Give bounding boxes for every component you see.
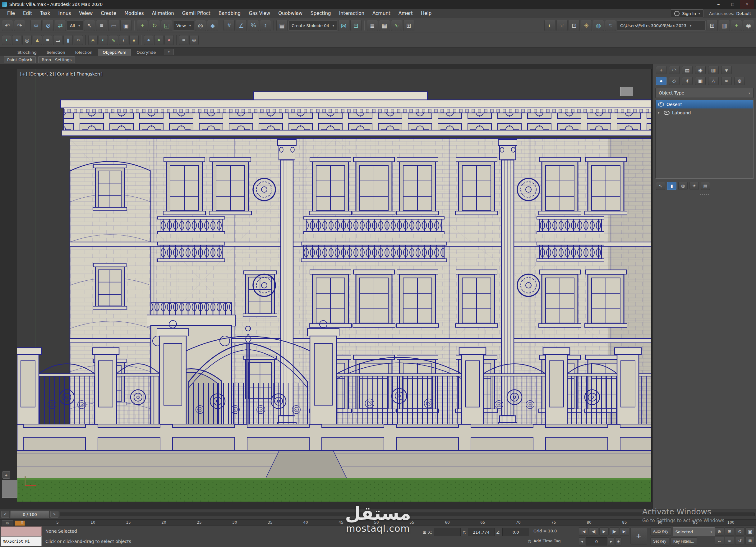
workspace-selector[interactable]: Aeiticicnces: Default bbox=[709, 11, 751, 16]
named-selection-sets-icon[interactable]: ▤ bbox=[276, 20, 288, 31]
menu-create[interactable]: Create bbox=[97, 9, 120, 18]
plane-tool-icon[interactable]: ▭ bbox=[53, 35, 62, 45]
utilities-tab-icon[interactable]: ∗ bbox=[721, 66, 732, 74]
mirror-icon[interactable]: ⋈ bbox=[338, 20, 349, 31]
percent-snap-icon[interactable]: % bbox=[248, 20, 259, 31]
menu-file[interactable]: File bbox=[3, 9, 19, 18]
render-teapot-icon[interactable]: ◍ bbox=[593, 20, 604, 31]
list-settings-icon[interactable]: ▤ bbox=[701, 182, 710, 190]
mini-curve-editor-icon[interactable]: I/\ bbox=[2, 520, 13, 526]
maxscript-listener-row[interactable]: MAXScript Mi bbox=[1, 536, 42, 546]
y-coordinate-field[interactable]: 214.774 bbox=[468, 528, 495, 536]
sign-in-button[interactable]: Sign In ▾ bbox=[671, 9, 703, 17]
star-tool-icon[interactable]: ★ bbox=[129, 35, 139, 45]
select-object-icon[interactable]: ↖ bbox=[84, 20, 95, 31]
key-filters-button[interactable]: Key Filters... bbox=[671, 537, 697, 545]
menu-animation[interactable]: Alimation bbox=[148, 9, 178, 18]
menu-quobwlaw[interactable]: Quobwlaw bbox=[274, 9, 307, 18]
menu-interaction[interactable]: Interaction bbox=[335, 9, 368, 18]
layer-manager-icon[interactable]: ≣ bbox=[367, 20, 378, 31]
pan-icon[interactable]: ↔ bbox=[715, 537, 724, 545]
grid-icon[interactable]: ⊞ bbox=[707, 20, 718, 31]
angle-snap-icon[interactable]: ∠ bbox=[236, 20, 247, 31]
tab-occryfide[interactable]: Occryfide bbox=[132, 49, 160, 56]
orbit-icon[interactable]: ↺ bbox=[735, 537, 744, 545]
selection-filter-dropdown[interactable]: All ▾ bbox=[67, 21, 83, 30]
circle-tool-icon[interactable]: ○ bbox=[74, 35, 83, 45]
geometry-category-icon[interactable]: ● bbox=[656, 77, 666, 85]
polydraw-icon[interactable]: ◗ bbox=[2, 35, 11, 45]
cameras-category-icon[interactable]: ▣ bbox=[695, 77, 706, 85]
eye-icon[interactable] bbox=[658, 102, 664, 107]
hierarchy-tab-icon[interactable]: ▤ bbox=[682, 66, 693, 74]
villa-wireframe-render[interactable] bbox=[17, 69, 651, 502]
select-and-move-icon[interactable]: + bbox=[137, 20, 148, 31]
key-mode-icon[interactable]: ◈ bbox=[615, 537, 621, 545]
show-lights-icon[interactable]: ☀ bbox=[689, 182, 699, 190]
close-button[interactable]: × bbox=[740, 0, 754, 9]
x-coordinate-field[interactable] bbox=[434, 528, 461, 536]
ribbon-toggle-icon[interactable]: ▦ bbox=[379, 20, 390, 31]
menu-scripting[interactable]: Specting bbox=[307, 9, 335, 18]
target-icon[interactable]: ◉ bbox=[743, 20, 754, 31]
menu-account[interactable]: Acmunt bbox=[368, 9, 394, 18]
viewport-label[interactable]: [+] [Denport 2] [Coriaile] Fhangskerr] bbox=[20, 71, 103, 76]
window-crossing-icon[interactable]: ▣ bbox=[120, 20, 131, 31]
viewport-overlay-button[interactable] bbox=[620, 87, 633, 96]
auto-key-button[interactable]: Auto Key bbox=[650, 527, 671, 536]
display-tab-icon[interactable]: ▥ bbox=[708, 66, 719, 74]
rectangular-selection-icon[interactable]: ▭ bbox=[108, 20, 119, 31]
sphere-tool-icon[interactable]: ● bbox=[12, 35, 21, 45]
cylinder-tool-icon[interactable]: ▮ bbox=[63, 35, 73, 45]
tab-stroching[interactable]: Stroching bbox=[13, 49, 41, 56]
menu-graph-editors[interactable]: Gamli Pffoct bbox=[178, 9, 214, 18]
rollout-grip[interactable] bbox=[700, 194, 709, 195]
sun-light-icon[interactable]: ☀ bbox=[88, 35, 98, 45]
subtab-breo-settings[interactable]: Breo - Settings bbox=[38, 56, 75, 63]
menu-gas-view[interactable]: Gas View bbox=[245, 9, 274, 18]
color-swatch[interactable] bbox=[2, 480, 17, 498]
play-icon[interactable]: ▶ bbox=[599, 527, 609, 536]
helpers-category-icon[interactable]: △ bbox=[708, 77, 719, 85]
zoom-all-icon[interactable]: ⊞ bbox=[725, 527, 734, 536]
perspective-viewport[interactable]: [+] [Denport 2] [Coriaile] Fhangskerr] bbox=[17, 69, 652, 502]
menu-help[interactable]: Help bbox=[417, 9, 436, 18]
frame-decrement-icon[interactable]: ◂ bbox=[579, 537, 585, 545]
select-and-rotate-icon[interactable]: ↻ bbox=[149, 20, 160, 31]
render-setup-icon[interactable]: ☼ bbox=[556, 20, 568, 31]
use-pivot-center-icon[interactable]: ◎ bbox=[195, 20, 206, 31]
menu-task[interactable]: Task bbox=[36, 9, 54, 18]
object-type-rollout[interactable]: Object Type ▾ bbox=[655, 88, 754, 98]
cone-tool-icon[interactable]: ▲ bbox=[33, 35, 42, 45]
next-frame-icon[interactable]: |▶ bbox=[610, 527, 619, 536]
add-icon[interactable]: + bbox=[731, 20, 742, 31]
go-to-start-icon[interactable]: |◀ bbox=[579, 527, 588, 536]
menu-view[interactable]: Veiew bbox=[75, 9, 97, 18]
zoom-region-icon[interactable]: ▣ bbox=[745, 527, 755, 536]
pick-object-icon[interactable]: ↖ bbox=[656, 182, 665, 190]
current-frame-field[interactable]: 0 bbox=[586, 537, 607, 545]
render-production-icon[interactable]: ☀ bbox=[581, 20, 592, 31]
zoom-icon[interactable]: ⊕ bbox=[715, 527, 724, 536]
create-tab-icon[interactable]: + bbox=[656, 66, 666, 74]
coordinate-system-dropdown[interactable]: View ▾ bbox=[173, 21, 194, 30]
shaded-sphere-icon-1[interactable]: ● bbox=[144, 35, 153, 45]
box-tool-icon[interactable]: ■ bbox=[43, 35, 52, 45]
waves-tool-icon[interactable]: ≈ bbox=[179, 35, 188, 45]
shapes-category-icon[interactable]: ◇ bbox=[669, 77, 680, 85]
motion-tab-icon[interactable]: ◉ bbox=[695, 66, 706, 74]
maximize-button[interactable]: □ bbox=[726, 0, 740, 9]
snaps-toggle-icon[interactable]: # bbox=[224, 20, 235, 31]
material-sphere-icon[interactable]: ◐ bbox=[99, 35, 108, 45]
spinner-snap-icon[interactable]: ↕ bbox=[260, 20, 271, 31]
previous-frame-icon[interactable]: ◀| bbox=[589, 527, 598, 536]
menu-edit[interactable]: Edit bbox=[19, 9, 36, 18]
show-teapot-icon[interactable]: ◍ bbox=[678, 182, 688, 190]
maxscript-mini-listener[interactable]: MAXScript Mi bbox=[1, 526, 42, 546]
tab-iolection[interactable]: Iolection bbox=[71, 49, 97, 56]
bind-to-spacewarp-icon[interactable]: ⇄ bbox=[55, 20, 66, 31]
torus-tool-icon[interactable]: ◎ bbox=[22, 35, 32, 45]
redo-icon[interactable]: ↷ bbox=[14, 20, 25, 31]
shaded-sphere-icon-3[interactable]: ● bbox=[164, 35, 174, 45]
lights-category-icon[interactable]: ☀ bbox=[682, 77, 693, 85]
